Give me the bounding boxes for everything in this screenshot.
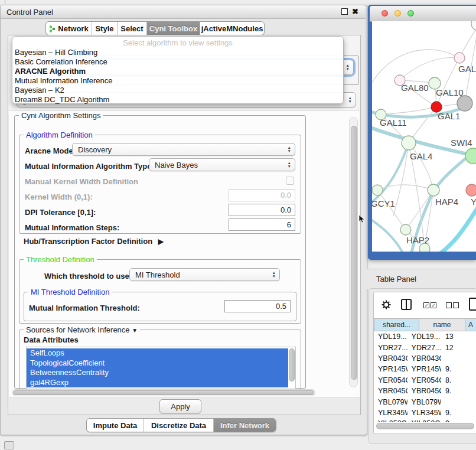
tab-label: jActiveMNodules: [201, 24, 263, 33]
mouse-cursor: [358, 214, 366, 224]
table-cell: 9.: [441, 387, 476, 395]
minimized-panel-icon[interactable]: [4, 441, 14, 449]
tab-label: Style: [95, 24, 113, 33]
tab-label: Impute Data: [93, 421, 137, 430]
tab-label: Network: [58, 24, 88, 33]
minimize-traffic-light-icon[interactable]: [395, 10, 401, 17]
network-view-window[interactable]: GALGAL80GAL10GAL1GAL11GAL4SWI4GCY1HAP4YH…: [368, 5, 476, 260]
algorithm-definition-title: Algorithm Definition: [24, 131, 95, 139]
table-row[interactable]: YPR145WYPR145W9.: [374, 364, 476, 374]
column-header-shared[interactable]: shared...: [374, 318, 419, 331]
attribute-list-scrollbar[interactable]: [288, 347, 295, 387]
mi-steps-field[interactable]: 6: [229, 219, 295, 231]
data-attributes-list[interactable]: SelfLoopsTopologicalCoefficientBetweenne…: [26, 347, 296, 389]
tab-cyni-toolbox[interactable]: Cyni Toolbox: [147, 22, 200, 35]
column-header-name[interactable]: name: [419, 318, 465, 331]
close-traffic-light-icon[interactable]: [382, 10, 388, 17]
tab-label: Discretize Data: [151, 421, 206, 430]
mi-threshold-field[interactable]: 0.5: [224, 300, 291, 312]
tab-content-panel: Inference Algorithm ▲▼ gal-filtered sif …: [8, 35, 361, 415]
network-node-hap4[interactable]: [428, 184, 439, 196]
manual-kernel-checkbox[interactable]: [286, 177, 294, 185]
data-attributes-label: Data Attributes: [24, 335, 79, 344]
attribute-item-selfloops[interactable]: SelfLoops: [27, 348, 288, 358]
tab-infer-network[interactable]: Infer Network: [214, 419, 276, 432]
table-row[interactable]: YER054CYER054C8.: [374, 375, 476, 386]
settings-vscrollbar[interactable]: [349, 117, 358, 387]
network-canvas[interactable]: GALGAL80GAL10GAL1GAL11GAL4SWI4GCY1HAP4YH…: [372, 21, 476, 252]
node-label-hap4: HAP4: [435, 197, 458, 207]
dpi-tolerance-label: DPI Tolerance [0,1]:: [25, 208, 96, 217]
mi-threshold-value: 0.5: [276, 302, 286, 311]
dropdown-item-dream8-dc-tdc-algorithm[interactable]: Dream8 DC_TDC Algorithm: [12, 95, 343, 105]
node-label-hap2: HAP2: [406, 235, 429, 245]
zoom-traffic-light-icon[interactable]: [407, 10, 414, 17]
close-window-button[interactable]: ✖: [352, 9, 358, 15]
network-node[interactable]: [471, 21, 476, 31]
control-panel-titlebar[interactable]: Control Panel ✖: [1, 5, 366, 19]
table-row[interactable]: YDL19...YDL19...13: [374, 331, 476, 342]
float-window-button[interactable]: [341, 8, 348, 15]
sources-group-title[interactable]: Sources for Network Inference ▼: [24, 325, 140, 334]
tab-style[interactable]: Style: [92, 22, 118, 35]
mi-type-combo[interactable]: Naive Bayes ▲▼: [149, 158, 295, 171]
tab-select[interactable]: Select: [118, 22, 147, 35]
dropdown-item-bayesian-k2[interactable]: Bayesian – K2: [12, 86, 343, 95]
dropdown-item-aracne-algorithm[interactable]: ARACNE Algorithm: [12, 67, 343, 76]
network-node-gal4[interactable]: [402, 136, 416, 150]
tab-label: Select: [120, 24, 143, 33]
table-row[interactable]: YBR045CYBR045C9.: [374, 386, 476, 396]
hub-definition-label: Hub/Transcription Factor Definition: [24, 237, 152, 246]
aracne-mode-value: Discovery: [78, 145, 112, 154]
hub-definition-toggle[interactable]: Hub/Transcription Factor Definition ▶: [24, 237, 164, 246]
table-cell: YPR145W: [374, 365, 407, 373]
tab-jactivemnodules[interactable]: jActiveMNodules: [200, 22, 264, 35]
dropdown-item-bayesian-hill-climbing[interactable]: Bayesian – Hill Climbing: [12, 48, 343, 57]
network-node-y[interactable]: [466, 184, 476, 196]
network-node-hap2[interactable]: [400, 224, 411, 235]
attribute-item-topologicalcoefficient[interactable]: TopologicalCoefficient: [27, 358, 288, 369]
table-cell: 9.: [441, 409, 476, 417]
network-window-titlebar[interactable]: [370, 6, 476, 22]
network-node-swi4[interactable]: [465, 148, 476, 164]
apply-button[interactable]: Apply: [159, 399, 201, 413]
dropdown-item-mutual-information-inference[interactable]: Mutual Information Inference: [12, 76, 343, 86]
tab-discretize-data[interactable]: Discretize Data: [144, 419, 214, 432]
tab-network[interactable]: Network: [46, 22, 92, 35]
table-toolbar: ✓ ✓: [374, 292, 476, 317]
table-cell: YBR045C: [374, 387, 407, 395]
tab-impute-data[interactable]: Impute Data: [87, 419, 144, 432]
table-cell: 8.: [441, 376, 476, 384]
settings-hscrollbar[interactable]: [12, 389, 315, 396]
table-row[interactable]: YDR27...YDR27...12: [374, 342, 476, 353]
select-all-columns-icon[interactable]: ✓ ✓: [423, 302, 436, 308]
attribute-item-gal4rgexp[interactable]: gal4RGexp: [27, 378, 288, 388]
which-threshold-combo[interactable]: MI Threshold ▲▼: [129, 268, 280, 281]
node-label-gal80: GAL80: [401, 83, 429, 93]
mi-type-label: Mutual Information Algorithm Type:: [25, 162, 154, 171]
tab-label: Cyni Toolbox: [149, 24, 197, 33]
table-hscrollbar[interactable]: [376, 423, 474, 429]
node-label-swi4: SWI4: [451, 138, 472, 148]
table-row[interactable]: YBL079WYBL079W: [374, 396, 476, 407]
attribute-item-betweennesscentrality[interactable]: BetweennessCentrality: [27, 368, 288, 378]
document-icon[interactable]: [469, 298, 476, 311]
table-row[interactable]: YBR043CYBR043C: [374, 353, 476, 364]
dropdown-placeholder: Select algorithm to view settings: [12, 37, 343, 47]
split-columns-icon[interactable]: [401, 299, 412, 310]
deselect-all-columns-icon[interactable]: [446, 302, 459, 308]
gear-icon[interactable]: [381, 299, 392, 310]
network-node[interactable]: [457, 96, 472, 111]
aracne-mode-combo[interactable]: Discovery ▲▼: [72, 143, 295, 156]
network-node-gcy1[interactable]: [372, 185, 383, 195]
table-header-row: shared...nameA: [374, 318, 476, 331]
collapse-down-icon: ▼: [132, 327, 138, 334]
network-node-gal[interactable]: [454, 53, 465, 63]
table-row[interactable]: YLR345WYLR345W9.: [374, 407, 476, 418]
kernel-width-field[interactable]: 0.0: [229, 189, 295, 201]
dropdown-item-basic-correlation-inference[interactable]: Basic Correlation Inference: [12, 57, 343, 67]
table-row[interactable]: YIL052CYIL052C9: [374, 418, 476, 422]
column-header-a[interactable]: A: [465, 318, 476, 331]
dpi-tolerance-field[interactable]: 0.0: [229, 204, 295, 216]
table-cell: YBR043C: [407, 354, 441, 363]
